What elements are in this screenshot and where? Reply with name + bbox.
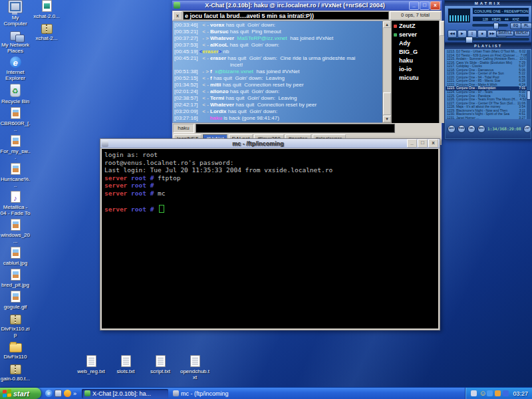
desktop-icon[interactable]: opendchub.txt [180, 355, 210, 380]
xchat-titlebar[interactable]: X-Chat [2.0.10b]: haku @ irc.localnet.ro… [172, 1, 442, 11]
show-desktop-icon[interactable] [55, 390, 62, 397]
chat-scrollbar[interactable] [382, 21, 392, 123]
user-list-item[interactable]: BIG_G [394, 48, 437, 57]
user-nick: server [399, 31, 417, 39]
terminal-line: Last login: Tue Jul 20 11:35:33 2004 fro… [104, 166, 436, 174]
close-button[interactable] [428, 139, 438, 148]
scroll-down-icon[interactable] [383, 116, 391, 122]
minimize-button[interactable] [407, 139, 417, 148]
volume-slider[interactable] [472, 24, 508, 27]
desktop-icon[interactable]: gain-0.80.t... [0, 362, 31, 382]
tray-icon-2[interactable] [487, 390, 493, 396]
chat-message: [00:45:19] <eraser> nb [174, 49, 381, 55]
scroll-thumb[interactable] [383, 92, 391, 115]
playlist-titlebar[interactable]: PLAYLIST [445, 43, 531, 49]
xchat-menu-button[interactable]: x [173, 11, 182, 20]
desktop-icon[interactable]: Hurricane%... [0, 163, 31, 188]
desktop-icon[interactable]: bred_pit.jpg [0, 269, 31, 288]
txt-icon [190, 355, 200, 367]
misc-button[interactable]: MISC [477, 125, 485, 133]
start-button[interactable]: start [0, 388, 41, 399]
image-icon [11, 291, 21, 303]
desktop-icon[interactable]: CBR600R_[... [0, 107, 31, 132]
desktop-icon[interactable]: xchat-2.0... [31, 0, 62, 19]
add-button[interactable]: ADD [448, 125, 456, 133]
desktop-icon[interactable]: My Computer [0, 0, 31, 27]
khz-label: KHZ [513, 17, 519, 21]
system-tray: ☺ 03:27 [465, 388, 532, 399]
tray-icon-4[interactable] [503, 390, 509, 396]
desktop-icon[interactable]: Recycle Bin [0, 84, 31, 104]
prev-button[interactable]: ◀◀ [448, 30, 457, 38]
desktop-icon[interactable]: DivFix110 [0, 340, 31, 360]
desktop-icon[interactable]: DivFix110.zip [0, 313, 31, 338]
desktop-icon[interactable]: web_reg.txt [76, 355, 106, 380]
terminal-titlebar[interactable]: mc - /ftp/incoming [100, 139, 440, 148]
playlist-button[interactable]: PL [521, 23, 532, 29]
chat-message: [00:45:21] < - eraser has quit Goin' dow… [174, 55, 381, 62]
desktop-icon[interactable]: gogule.gif [0, 291, 31, 310]
list-button[interactable]: LIST [523, 125, 531, 133]
desktop-icon[interactable]: xchat-2... [31, 22, 62, 41]
tray-icon-1[interactable] [471, 390, 477, 396]
user-nick: io-io [399, 65, 412, 74]
terminal-output[interactable]: login as: rootroot@venus.localnet.ro's p… [102, 149, 438, 329]
maximize-button[interactable] [418, 139, 428, 148]
user-status-icon [394, 25, 397, 28]
eq-button[interactable]: EQ [510, 23, 521, 29]
desktop-icon-label: Metallica - 04 - Fade To Bla... [0, 204, 31, 216]
close-button[interactable] [430, 1, 440, 10]
chat-message: incet! [174, 62, 381, 68]
mc-task-icon [173, 390, 179, 396]
scroll-thumb[interactable] [440, 21, 444, 36]
desktop-icon[interactable]: slots.txt [110, 355, 141, 380]
topic-input[interactable] [183, 11, 389, 20]
user-list-item[interactable]: ZeutZ [394, 22, 437, 31]
winamp-playlist-window: PLAYLIST 1213. DJ Tiesto - Urban Train (… [444, 43, 532, 140]
tray-icons: ☺ [471, 390, 509, 396]
khz-value: 44 [505, 17, 509, 21]
desktop-icon[interactable]: Internet Explorer [0, 57, 31, 81]
playlist-scrollbar[interactable] [527, 50, 531, 120]
internet-explorer-icon[interactable]: e [45, 390, 53, 397]
task-label: X-Chat [2.0.10b]: ha... [92, 390, 151, 397]
shuffle-toggle[interactable]: SHUFFLE [496, 31, 514, 37]
desktop-icon-label: xchat-2... [31, 35, 62, 41]
seek-bar[interactable] [448, 38, 529, 41]
maximize-button[interactable] [420, 1, 430, 10]
scroll-up-icon[interactable] [383, 21, 391, 28]
task-button[interactable]: mc - (ftp/incoming [170, 389, 270, 398]
scroll-thumb[interactable] [527, 90, 531, 100]
stop-button[interactable]: ■ [477, 30, 487, 38]
minimize-button[interactable] [409, 1, 419, 10]
computer-icon [8, 0, 23, 13]
desktop-icon[interactable]: My Network Places [0, 29, 31, 54]
quick-launch-bar: e » [41, 388, 80, 399]
user-list-item[interactable]: io-io [394, 65, 437, 74]
volume-knob[interactable] [493, 23, 499, 29]
desktop-wallpaper: My ComputerMy Network PlacesInternet Exp… [0, 0, 532, 399]
tray-smiley-icon[interactable]: ☺ [479, 390, 485, 396]
desktop-icon[interactable]: cabluri.jpg [0, 247, 31, 266]
desktop-icon[interactable]: windows_20... [0, 219, 31, 244]
task-button[interactable]: X-Chat [2.0.10b]: ha... [82, 389, 168, 398]
sel-button[interactable]: SEL [467, 125, 475, 133]
user-list-item[interactable]: server [394, 31, 437, 39]
user-list-item[interactable]: Ady [394, 39, 437, 48]
desktop-icon[interactable]: script.txt [145, 355, 176, 380]
winamp-titlebar[interactable]: MATRIX [445, 1, 531, 6]
tray-icon-3[interactable] [495, 390, 501, 396]
chat-message: [02:38:57] < - Termi has quit Goin' down… [174, 95, 381, 102]
userlist-scrollbar[interactable] [439, 21, 444, 123]
desktop-icon[interactable]: Metallica - 04 - Fade To Bla... [0, 191, 31, 216]
rem-button[interactable]: REM [458, 125, 466, 133]
user-list-item[interactable]: haku [394, 57, 437, 65]
next-button[interactable]: ▶▶ [487, 30, 497, 38]
repeat-toggle[interactable]: REPEAT [514, 31, 530, 37]
desktop-icon[interactable]: For_my_sw... [0, 135, 31, 160]
user-list-item[interactable]: micutu [394, 74, 437, 82]
chat-message-input[interactable] [196, 124, 395, 133]
user-nick: ZeutZ [399, 22, 416, 31]
quicklaunch-overflow-chevron[interactable]: » [73, 390, 76, 397]
media-player-icon[interactable] [64, 390, 71, 397]
